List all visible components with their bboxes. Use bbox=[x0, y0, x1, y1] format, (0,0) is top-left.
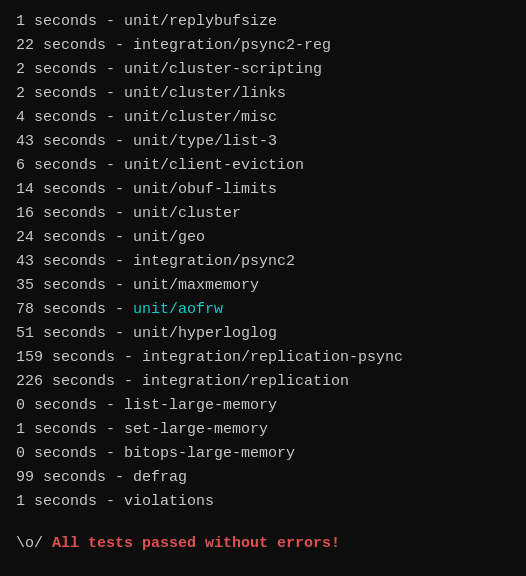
log-line: 43 seconds - integration/psync2 bbox=[16, 250, 510, 274]
success-prefix: \o/ bbox=[16, 535, 52, 552]
log-line: 0 seconds - bitops-large-memory bbox=[16, 442, 510, 466]
success-block: \o/ All tests passed without errors! bbox=[16, 532, 510, 556]
log-container: 1 seconds - unit/replybufsize22 seconds … bbox=[16, 10, 510, 556]
log-lines: 1 seconds - unit/replybufsize22 seconds … bbox=[16, 10, 510, 514]
log-line: 2 seconds - unit/cluster/links bbox=[16, 82, 510, 106]
log-line: 1 seconds - set-large-memory bbox=[16, 418, 510, 442]
log-line: 35 seconds - unit/maxmemory bbox=[16, 274, 510, 298]
log-line: 159 seconds - integration/replication-ps… bbox=[16, 346, 510, 370]
log-line: 226 seconds - integration/replication bbox=[16, 370, 510, 394]
log-line: 6 seconds - unit/client-eviction bbox=[16, 154, 510, 178]
log-line: 2 seconds - unit/cluster-scripting bbox=[16, 58, 510, 82]
log-line: 14 seconds - unit/obuf-limits bbox=[16, 178, 510, 202]
success-line: \o/ All tests passed without errors! bbox=[16, 535, 340, 552]
log-line: 51 seconds - unit/hyperloglog bbox=[16, 322, 510, 346]
log-line: 24 seconds - unit/geo bbox=[16, 226, 510, 250]
log-line: 0 seconds - list-large-memory bbox=[16, 394, 510, 418]
log-line: 22 seconds - integration/psync2-reg bbox=[16, 34, 510, 58]
log-line: 16 seconds - unit/cluster bbox=[16, 202, 510, 226]
success-message: All tests passed without errors! bbox=[52, 535, 340, 552]
log-line: 43 seconds - unit/type/list-3 bbox=[16, 130, 510, 154]
log-line: 1 seconds - violations bbox=[16, 490, 510, 514]
log-line: 78 seconds - unit/aofrw bbox=[16, 298, 510, 322]
log-line: 99 seconds - defrag bbox=[16, 466, 510, 490]
log-line: 1 seconds - unit/replybufsize bbox=[16, 10, 510, 34]
log-line: 4 seconds - unit/cluster/misc bbox=[16, 106, 510, 130]
